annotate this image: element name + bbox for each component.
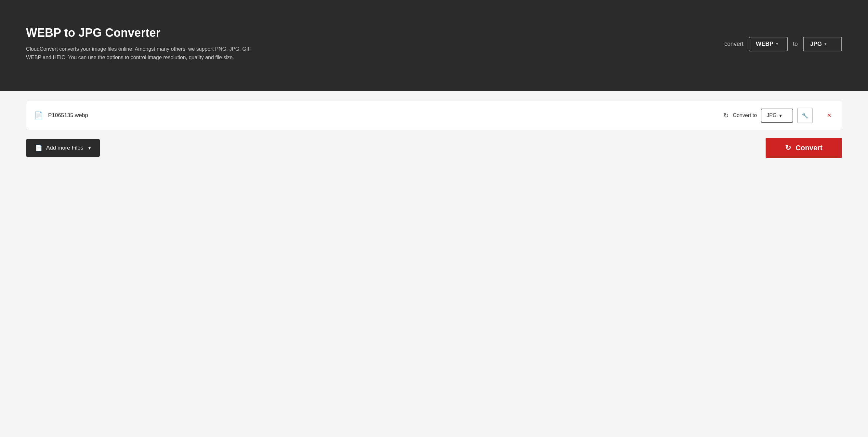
file-format-dropdown[interactable]: JPG ▾ <box>761 108 793 123</box>
convert-label: Convert <box>796 144 823 152</box>
add-files-chevron-icon: ▾ <box>88 145 91 151</box>
refresh-icon[interactable]: ↻ <box>723 112 729 119</box>
convert-to-label: Convert to <box>733 113 757 118</box>
settings-button[interactable]: 🔧 <box>797 107 813 123</box>
header-converter: convert WEBP ▾ to JPG ▾ <box>724 37 842 51</box>
wrench-icon: 🔧 <box>802 113 808 119</box>
add-file-icon: 📄 <box>35 144 42 152</box>
file-format-chevron-icon: ▾ <box>779 113 782 119</box>
header-section: WEBP to JPG Converter CloudConvert conve… <box>0 0 868 91</box>
from-format-dropdown[interactable]: WEBP ▾ <box>749 37 788 51</box>
table-row: 📄 P1065135.webp ↻ Convert to JPG ▾ 🔧 × <box>26 101 842 130</box>
file-list: 📄 P1065135.webp ↻ Convert to JPG ▾ 🔧 × <box>26 101 842 130</box>
file-icon: 📄 <box>34 111 43 120</box>
file-name: P1065135.webp <box>48 112 723 119</box>
header-description: CloudConvert converts your image files o… <box>26 45 254 61</box>
actions-row: 📄 Add more Files ▾ ↻ Convert <box>26 138 842 158</box>
from-format-label: WEBP <box>756 41 773 48</box>
add-files-label: Add more Files <box>46 145 83 151</box>
header-left: WEBP to JPG Converter CloudConvert conve… <box>26 26 254 61</box>
to-format-chevron-icon: ▾ <box>825 42 827 46</box>
converter-to-label: to <box>793 41 798 48</box>
convert-refresh-icon: ↻ <box>785 144 791 152</box>
to-format-dropdown[interactable]: JPG ▾ <box>803 37 842 51</box>
add-more-files-button[interactable]: 📄 Add more Files ▾ <box>26 139 100 157</box>
remove-file-button[interactable]: × <box>825 110 834 121</box>
from-format-chevron-icon: ▾ <box>776 42 778 46</box>
page-title: WEBP to JPG Converter <box>26 26 254 40</box>
to-format-label: JPG <box>810 41 822 48</box>
convert-to-section: ↻ Convert to JPG ▾ 🔧 <box>723 107 813 123</box>
convert-button[interactable]: ↻ Convert <box>766 138 842 158</box>
file-format-label: JPG <box>767 113 777 118</box>
main-section: 📄 P1065135.webp ↻ Convert to JPG ▾ 🔧 × <box>0 91 868 437</box>
close-icon: × <box>827 111 831 119</box>
converter-label: convert <box>724 41 743 48</box>
